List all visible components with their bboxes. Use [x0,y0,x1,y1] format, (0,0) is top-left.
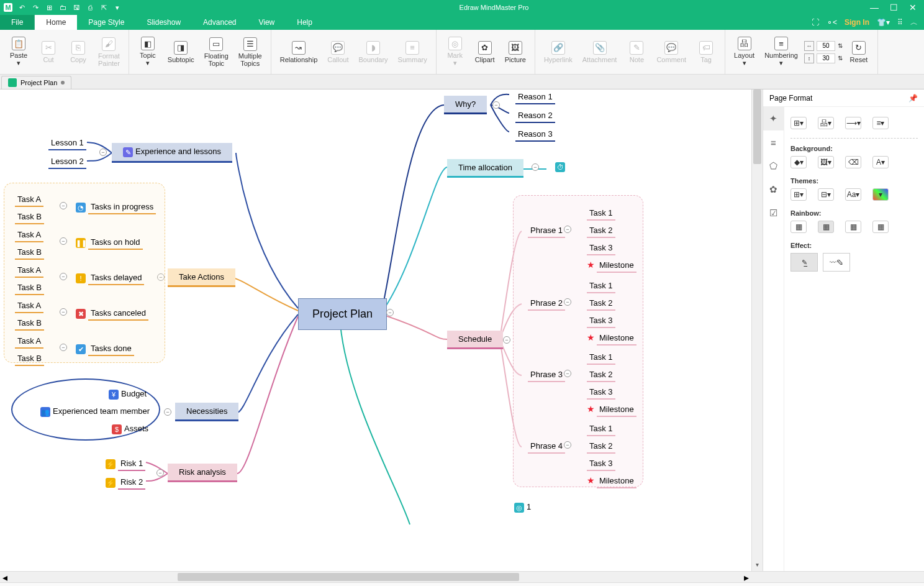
node-subtask[interactable]: Task B [9,244,50,262]
collapse-toggle[interactable]: − [164,408,171,416]
theme-opt[interactable]: ⊟▾ [818,188,834,201]
callout-button[interactable]: 💬Callout [324,40,352,65]
node-lesson[interactable]: Lesson 1 [48,137,86,150]
scroll-down-icon[interactable]: ▾ [752,561,763,571]
menu-page-style[interactable]: Page Style [77,15,135,30]
node-subtask[interactable]: Task A [9,297,50,316]
node-task[interactable]: Task 3 [581,383,622,402]
menu-view[interactable]: View [247,15,286,30]
hyperlink-button[interactable]: 🔗Hyperlink [540,40,576,65]
subtopic-button[interactable]: ◨Subtopic [164,40,198,65]
rainbow-opt[interactable]: ▦ [845,221,861,233]
paste-button[interactable]: 📋Paste▾ [5,35,32,68]
node-center[interactable]: Project Plan [298,298,387,330]
side-tab-format[interactable]: ✦ [763,107,784,130]
collapse-toggle[interactable]: − [60,344,67,351]
menu-home[interactable]: Home [35,15,77,30]
collapse-toggle[interactable]: − [156,469,164,477]
scroll-right-icon[interactable]: ▸ [741,572,751,582]
multiple-topics-button[interactable]: ☰Multiple Topics [235,36,266,68]
scroll-thumb[interactable] [753,89,761,164]
node-risk-item[interactable]: ⚡Risk 2 [99,474,152,492]
node-take-actions[interactable]: Take Actions [168,268,235,287]
node-reason[interactable]: Reason 3 [515,128,555,142]
bg-watermark[interactable]: A▾ [872,156,889,168]
node-task[interactable]: Task 3 [581,312,622,331]
node-team[interactable]: 👥Experienced team member [34,404,156,419]
collapse-toggle[interactable]: − [564,226,571,233]
tag-button[interactable]: 🏷Tag [692,40,720,65]
collapse-toggle[interactable]: − [60,273,67,280]
node-experience[interactable]: ✎Experience and lessons [112,143,232,163]
node-schedule[interactable]: Schedule [447,331,503,349]
side-tab-outline[interactable]: ≡ [763,130,784,154]
node-task[interactable]: Task 2 [581,366,622,385]
layout-opt[interactable]: 品▾ [818,117,834,129]
vspace-stepper[interactable]: ⇅ [838,55,843,62]
fullscreen-icon[interactable]: ⛶ [812,18,819,27]
doc-tab[interactable]: Project Plan [1,76,71,89]
node-subtask[interactable]: Task A [9,191,50,209]
menu-slideshow[interactable]: Slideshow [135,15,192,30]
side-tab-clipart[interactable]: ✿ [763,178,784,201]
sign-in-button[interactable]: Sign In [845,18,869,27]
node-task[interactable]: Task 2 [581,295,622,313]
minimize-icon[interactable]: — [870,2,879,12]
bg-fill[interactable]: ◆▾ [790,156,807,168]
save-icon[interactable]: 🖫 [72,3,81,12]
floating-topic-button[interactable]: ▭Floating Topic [201,36,232,68]
scroll-thumb[interactable] [178,573,519,581]
attachment-button[interactable]: 📎Attachment [579,40,621,65]
node-action[interactable]: ❚❚Tasks on hold [70,234,149,252]
menu-advanced[interactable]: Advanced [192,15,247,30]
node-action[interactable]: ✖Tasks canceled [70,304,155,323]
node-subtask[interactable]: Task B [9,208,50,227]
collapse-toggle[interactable]: − [492,101,500,109]
side-tab-task[interactable]: ☑ [763,201,784,225]
summary-button[interactable]: ≡Summary [394,40,431,65]
hspace-input[interactable] [817,41,835,51]
collapse-ribbon-icon[interactable]: ︿ [910,17,918,28]
layout-opt[interactable]: ⟶▾ [845,117,861,129]
close-icon[interactable]: ✕ [909,2,917,12]
topic-button[interactable]: ◧Topic▾ [134,35,161,68]
node-subtask[interactable]: Task B [9,279,50,298]
maximize-icon[interactable]: ☐ [890,2,898,12]
node-task[interactable]: Task 3 [581,239,622,258]
canvas[interactable]: Project Plan − Why? − Reason 1 Reason 2 … [0,89,751,571]
node-task[interactable]: Task 1 [581,204,622,223]
bg-image[interactable]: 🖼▾ [818,156,834,168]
node-task[interactable]: Task 2 [581,437,622,456]
node-subtask[interactable]: Task B [9,314,50,333]
node-task[interactable]: Task 1 [581,349,622,367]
collapse-toggle[interactable]: − [386,309,394,316]
side-tab-icons[interactable]: ⬠ [763,154,784,178]
open-icon[interactable]: 🗀 [58,3,67,12]
rainbow-opt[interactable]: ▦ [790,221,807,233]
rainbow-opt[interactable]: ▦ [872,221,889,233]
numbering-button[interactable]: ≡Numbering▾ [761,35,802,68]
layout-opt[interactable]: ≡▾ [872,117,889,129]
node-task[interactable]: Task 1 [581,420,622,439]
vspace-input[interactable] [817,53,835,63]
bg-remove[interactable]: ⌫ [845,156,861,168]
rainbow-opt[interactable]: ▦ [818,221,834,233]
undo-icon[interactable]: ↶ [17,3,26,12]
layout-button[interactable]: 品Layout▾ [730,35,758,68]
node-task[interactable]: Task 1 [581,277,622,296]
node-milestone[interactable]: ★Milestone [581,257,643,275]
effect-straight[interactable]: ✎̲ [790,253,818,272]
menu-help[interactable]: Help [286,15,324,30]
collapse-toggle[interactable]: − [99,149,107,156]
collapse-toggle[interactable]: − [60,237,67,245]
collapse-toggle[interactable]: − [564,298,571,306]
theme-font[interactable]: Aa▾ [845,188,861,201]
node-task[interactable]: Task 2 [581,222,622,240]
scroll-left-icon[interactable]: ◂ [0,572,10,582]
effect-curved[interactable]: 〰✎ [823,253,850,272]
layout-opt[interactable]: ⊞▾ [790,117,807,129]
boundary-button[interactable]: ◗Boundary [355,40,392,65]
mark-button[interactable]: ◎Mark▾ [442,35,469,68]
avatar-icon[interactable]: 👕▾ [877,18,890,27]
node-reason[interactable]: Reason 2 [515,109,555,123]
